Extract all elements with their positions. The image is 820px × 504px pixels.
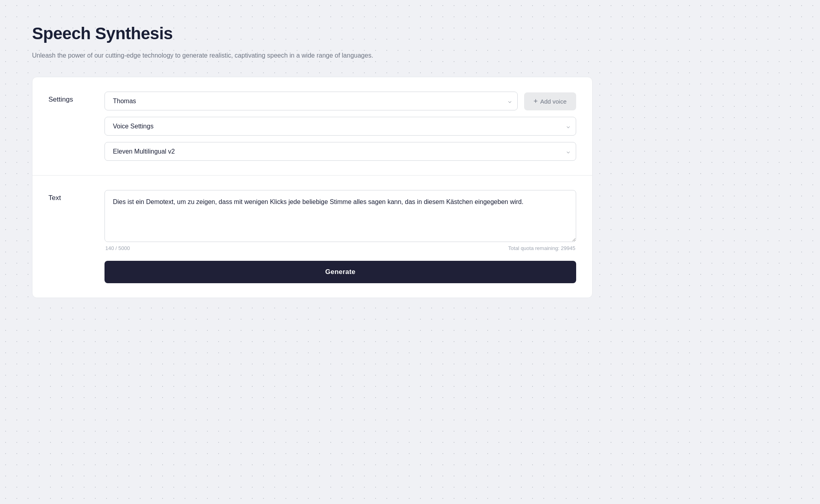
- voice-row: Thomas ⌵ + Add voice: [105, 92, 576, 110]
- text-meta: 140 / 5000 Total quota remaining: 29945: [105, 242, 576, 254]
- model-dropdown-wrapper: Eleven Multilingual v2 ⌵: [105, 142, 576, 161]
- settings-section: Settings Thomas ⌵ + Add voice: [32, 77, 592, 176]
- quota-remaining: Total quota remaining: 29945: [508, 245, 575, 251]
- voice-select[interactable]: Thomas: [105, 92, 518, 110]
- generate-button[interactable]: Generate: [105, 261, 576, 283]
- voice-settings-dropdown-wrapper: Voice Settings ⌵: [105, 117, 576, 136]
- page-title: Speech Synthesis: [32, 24, 593, 43]
- model-select[interactable]: Eleven Multilingual v2: [105, 142, 576, 161]
- settings-controls: Thomas ⌵ + Add voice Voice Settings ⌵: [105, 92, 576, 161]
- text-section: Text Dies ist ein Demotext, um zu zeigen…: [32, 176, 592, 298]
- page-subtitle: Unleash the power of our cutting-edge te…: [32, 50, 392, 61]
- add-voice-button[interactable]: + Add voice: [524, 92, 576, 110]
- add-voice-label: Add voice: [540, 98, 567, 105]
- voice-dropdown-wrapper: Thomas ⌵: [105, 92, 518, 110]
- voice-settings-select[interactable]: Voice Settings: [105, 117, 576, 136]
- main-card: Settings Thomas ⌵ + Add voice: [32, 77, 593, 298]
- page-container: Speech Synthesis Unleash the power of ou…: [32, 24, 593, 298]
- text-area-wrapper: Dies ist ein Demotext, um zu zeigen, das…: [105, 190, 576, 283]
- plus-icon: +: [534, 97, 538, 106]
- text-label: Text: [48, 190, 88, 202]
- char-count: 140 / 5000: [105, 245, 130, 251]
- settings-label: Settings: [48, 92, 88, 104]
- text-input[interactable]: Dies ist ein Demotext, um zu zeigen, das…: [105, 190, 576, 242]
